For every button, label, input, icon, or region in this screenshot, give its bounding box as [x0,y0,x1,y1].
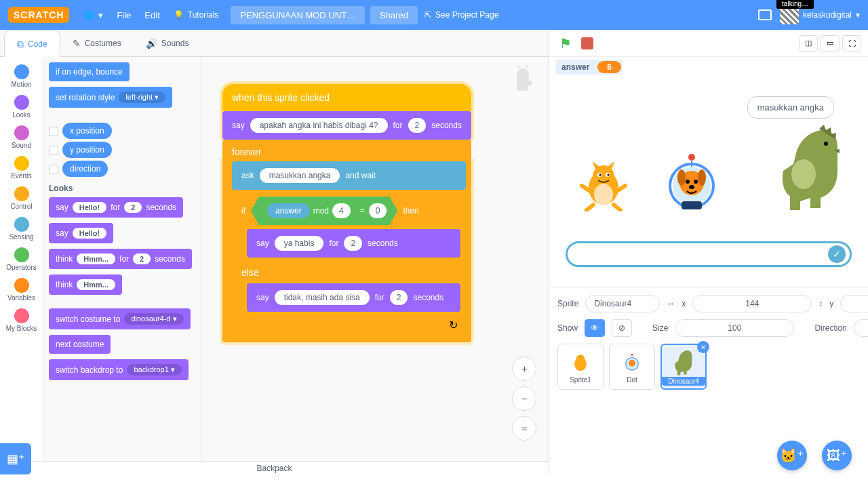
ask-input-box: ✓ [566,241,852,267]
operator-mod[interactable]: answermod4 [262,201,356,221]
show-sprite-button[interactable]: 👁 [585,319,605,337]
block-say-yes[interactable]: sayya habisfor2seconds [247,229,460,258]
operator-equals[interactable]: answermod4 =0 [251,197,397,225]
hide-sprite-button[interactable]: ⊘ [612,319,632,337]
stage-header: ⚑ ◫ ▭ ⛶ [549,30,868,57]
mystuff-icon[interactable] [758,9,772,20]
sprite-dinosaur-icon[interactable] [773,123,848,211]
svg-point-19 [791,159,816,189]
reporter-y-position[interactable]: y position [62,142,112,158]
stage-large-button[interactable]: ▭ [821,35,840,52]
globe-icon: 🌐 [84,10,94,20]
svg-point-24 [631,354,633,356]
reporter-direction[interactable]: direction [62,161,108,177]
zoom-in-button[interactable]: ＋ [512,357,536,381]
svg-point-21 [576,354,585,363]
stop-button[interactable] [578,34,597,53]
category-dot-icon [14,247,29,262]
edit-menu[interactable]: Edit [138,0,166,30]
block-when-sprite-clicked[interactable]: when this sprite clicked [222,84,471,111]
block-say-question[interactable]: sayapakah angka ini habis dibagi 4?for2s… [222,111,471,140]
category-motion[interactable]: Motion [0,61,43,92]
block-think[interactable]: thinkHmm... [49,274,122,295]
category-dot-icon [14,186,29,201]
y-icon: ↕ [818,299,823,308]
category-operators[interactable]: Operators [0,244,43,274]
svg-point-16 [689,185,694,189]
add-backdrop-button[interactable]: 🖼⁺ [822,441,852,470]
category-control[interactable]: Control [0,183,43,214]
sprite-cat-icon[interactable] [576,157,631,211]
block-else[interactable]: else [232,262,466,283]
code-icon: ⧉ [17,39,24,50]
sprite-dot-icon[interactable] [661,144,722,211]
sprite-size-input[interactable] [675,319,794,337]
script-stack[interactable]: when this sprite clicked sayapakah angka… [222,84,471,342]
category-dot-icon [14,278,29,293]
block-next-costume[interactable]: next costume [49,335,111,354]
tab-costumes[interactable]: ✎Costumes [60,30,134,56]
block-if-edge-bounce[interactable]: if on edge, bounce [49,62,130,81]
block-palette[interactable]: if on edge, bounce set rotation stylelef… [43,57,202,461]
sprite-card-dot[interactable]: Dot [609,344,655,390]
ask-submit-button[interactable]: ✓ [828,245,846,263]
checkbox-direction[interactable] [49,165,58,174]
file-menu[interactable]: File [110,0,138,30]
sensing-answer[interactable]: answer [267,203,310,218]
category-variables[interactable]: Variables [0,274,43,305]
category-looks[interactable]: Looks [0,92,43,122]
project-title-input[interactable]: PENGGUNAAN MOD UNT… [231,6,365,24]
sprite-direction-input[interactable] [854,319,868,337]
svg-point-18 [824,142,828,146]
reporter-x-position[interactable]: x position [62,123,112,139]
stage-small-button[interactable]: ◫ [799,35,818,52]
ask-text-input[interactable] [577,249,828,260]
block-if-then[interactable]: if answermod4 =0 then [232,190,466,229]
zoom-reset-button[interactable]: ＝ [512,416,536,441]
sprite-list: Sprite1 Dot ✕ Dinosaur4 [557,344,868,390]
block-say-no[interactable]: saytidak, masih ada sisafor2seconds [247,283,460,312]
sprite-x-input[interactable] [692,295,812,312]
tutorials-button[interactable]: 💡Tutorials [167,0,226,30]
checkbox-y-position[interactable] [49,146,58,155]
block-forever[interactable]: forever [222,140,471,161]
sprite-name-input[interactable] [585,295,660,312]
block-switch-costume[interactable]: switch costume todinosaur4-d ▾ [49,308,191,329]
block-say[interactable]: sayHello! [49,223,113,243]
add-sprite-button[interactable]: 🐱⁺ [777,441,807,470]
sprite-info-panel: Sprite ↔ x ↕ y Show 👁 ⊘ Size Direction [549,287,868,474]
answer-monitor[interactable]: answer 6 [556,60,623,75]
svg-point-13 [698,169,706,186]
see-project-page-button[interactable]: ⇱See Project Page [418,0,505,30]
svg-point-4 [599,174,601,176]
zoom-out-button[interactable]: － [512,386,536,411]
sprite-card-sprite1[interactable]: Sprite1 [557,344,604,390]
script-workspace[interactable]: when this sprite clicked sayapakah angka… [202,57,549,461]
category-my blocks[interactable]: My Blocks [0,305,43,336]
bulb-icon: 💡 [174,10,184,20]
block-say-for-seconds[interactable]: sayHello!for2seconds [49,197,183,218]
category-dot-icon [14,95,29,110]
fullscreen-button[interactable]: ⛶ [842,35,861,52]
block-think-for-seconds[interactable]: thinkHmm...for2seconds [49,249,192,269]
category-sensing[interactable]: Sensing [0,214,43,244]
tab-code[interactable]: ⧉Code [4,30,60,57]
checkbox-x-position[interactable] [49,127,58,136]
backpack-panel[interactable]: Backpack [0,461,549,474]
category-sound[interactable]: Sound [0,122,43,152]
editor-tabs: ⧉Code ✎Costumes 🔊Sounds [0,30,549,57]
sprite-y-input[interactable] [840,295,868,312]
block-switch-backdrop[interactable]: switch backdrop tobackdrop1 ▾ [49,359,189,380]
delete-sprite-button[interactable]: ✕ [697,341,709,353]
block-set-rotation[interactable]: set rotation styleleft-right ▾ [49,87,172,108]
category-dot-icon [14,156,29,171]
tab-sounds[interactable]: 🔊Sounds [134,30,201,56]
sprite-card-dinosaur4[interactable]: ✕ Dinosaur4 [660,344,707,390]
scratch-logo[interactable]: SCRATCH [8,7,69,23]
stage-canvas[interactable]: masukkan angka ✓ [556,76,861,272]
svg-point-15 [694,180,698,184]
green-flag-button[interactable]: ⚑ [556,34,575,53]
language-menu[interactable]: 🌐▾ [77,0,110,30]
block-ask-and-wait[interactable]: askmasukkan angkaand wait [232,161,466,190]
category-events[interactable]: Events [0,152,43,183]
